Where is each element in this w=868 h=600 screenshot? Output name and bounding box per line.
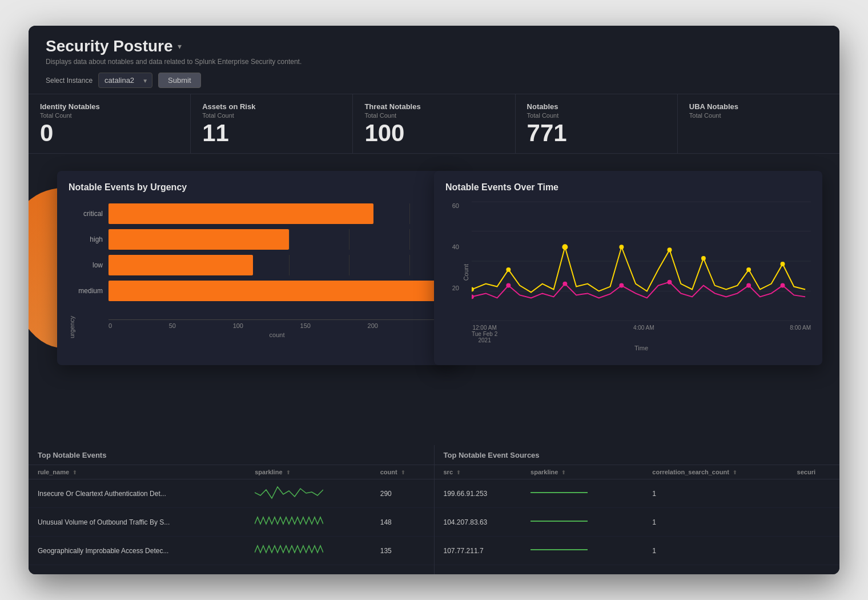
rule-name-1: Unusual Volume of Outbound Traffic By S.… — [29, 508, 246, 537]
securi-1 — [788, 508, 839, 537]
x-tick-2: 100 — [233, 322, 243, 329]
sort-icon: ⬆ — [401, 470, 405, 475]
col-sparkline-left: sparkline ⬆ — [246, 465, 371, 479]
sparkline-right-2 — [521, 537, 643, 565]
corr-count-1: 1 — [643, 508, 787, 537]
sort-icon: ⬆ — [73, 470, 77, 475]
kpi-row: Identity Notables Total Count 0 Assets o… — [29, 94, 839, 154]
col-sparkline-right: sparkline ⬆ — [521, 465, 643, 479]
src-0: 199.66.91.253 — [435, 479, 522, 508]
sort-icon: ⬆ — [286, 470, 291, 475]
bar-row-low: low — [75, 253, 445, 278]
table-row: Unusual Volume of Outbound Traffic By S.… — [29, 508, 434, 537]
kpi-label-1: Assets on Risk — [202, 102, 341, 111]
sort-icon: ⬆ — [561, 470, 566, 475]
table-row: Geographically Improbable Access Detec..… — [29, 537, 434, 565]
sparkline-0 — [246, 479, 371, 508]
dot-pink — [746, 283, 751, 288]
sparkline-svg-0 — [255, 484, 323, 501]
line-x-axis-label: Time — [472, 345, 811, 351]
bar-y-axis-label: urgency — [69, 201, 75, 338]
sparkline-right-svg-2 — [531, 541, 599, 558]
dot-pink — [472, 294, 474, 299]
top-notable-events-panel: Top Notable Events rule_name ⬆ sparkline… — [29, 445, 434, 574]
x-label-date: Tue Feb 2 — [472, 331, 497, 337]
corr-count-0: 1 — [643, 479, 787, 508]
col-securi: securi — [788, 465, 839, 479]
col-count-left: count ⬆ — [371, 465, 434, 479]
bar-fill-low — [108, 255, 253, 275]
kpi-label-0: Identity Notables — [40, 102, 179, 111]
page-title: Security Posture — [46, 37, 173, 55]
y-tick-20: 20 — [452, 285, 459, 291]
bar-chart-panel: Notable Events by Urgency urgency critic… — [57, 171, 457, 365]
instance-label: Select Instance — [46, 77, 93, 85]
dot-pink — [668, 280, 672, 285]
dot-pink — [506, 283, 511, 288]
left-table-title: Top Notable Events — [38, 451, 106, 459]
bar-label-low: low — [75, 261, 108, 269]
instance-select-wrapper[interactable]: catalina2 — [98, 73, 152, 88]
page-subtitle: Displays data about notables and data re… — [46, 58, 822, 66]
line-y-axis-label: Count — [463, 264, 469, 281]
dot-yellow — [701, 256, 706, 261]
kpi-value-0: 0 — [40, 121, 179, 145]
dot-pink — [562, 282, 567, 286]
dot-yellow — [619, 245, 624, 249]
kpi-threat-notables: Threat Notables Total Count 100 — [353, 94, 515, 153]
bar-fill-critical — [108, 203, 373, 224]
kpi-label-3: Notables — [527, 102, 666, 111]
sort-icon: ⬆ — [733, 470, 737, 475]
src-1: 104.207.83.63 — [435, 508, 522, 537]
sparkline-right-svg-0 — [531, 484, 599, 501]
table-row: 10.0.1.4 1 — [435, 565, 840, 575]
x-tick-0: 0 — [108, 322, 112, 329]
submit-button[interactable]: Submit — [158, 73, 200, 88]
top-notable-sources-panel: Top Notable Event Sources src ⬆ sparklin… — [434, 445, 840, 574]
y-tick-40: 40 — [452, 243, 459, 250]
bar-row-medium: medium — [75, 278, 445, 303]
count-0: 290 — [371, 479, 434, 508]
sparkline-svg-2 — [255, 541, 323, 558]
rule-name-2: Geographically Improbable Access Detec..… — [29, 537, 246, 565]
sort-icon: ⬆ — [456, 470, 461, 475]
x-tick-1: 50 — [169, 322, 176, 329]
kpi-assets-on-risk: Assets on Risk Total Count 11 — [191, 94, 353, 153]
dot-yellow — [668, 247, 672, 252]
col-src: src ⬆ — [435, 465, 522, 479]
right-table-header: Top Notable Event Sources — [435, 445, 840, 465]
x-tick-4: 200 — [368, 322, 378, 329]
rule-name-0: Insecure Or Cleartext Authentication Det… — [29, 479, 246, 508]
src-3: 10.0.1.4 — [435, 565, 522, 575]
sparkline-right-svg-3 — [531, 570, 599, 574]
left-table: rule_name ⬆ sparkline ⬆ count ⬆ Insecure… — [29, 465, 434, 565]
dot-yellow — [781, 262, 785, 266]
bar-label-critical: critical — [75, 210, 108, 218]
kpi-sublabel-2: Total Count — [364, 112, 503, 119]
kpi-value-3: 771 — [527, 121, 666, 145]
src-2: 107.77.211.7 — [435, 537, 522, 565]
y-tick-60: 60 — [452, 202, 459, 209]
tables-area: Top Notable Events rule_name ⬆ sparkline… — [29, 445, 839, 574]
title-dropdown-icon[interactable]: ▾ — [178, 42, 182, 51]
kpi-sublabel-4: Total Count — [689, 112, 828, 119]
dot-yellow — [506, 267, 511, 272]
line-chart-title: Notable Events Over Time — [445, 182, 811, 193]
line-chart-panel: Notable Events Over Time 60 40 20 Count — [434, 171, 822, 365]
col-rule-name: rule_name ⬆ — [29, 465, 246, 479]
instance-select[interactable]: catalina2 — [98, 73, 152, 88]
line-pink — [472, 282, 805, 298]
sparkline-right-0 — [521, 479, 643, 508]
bar-label-high: high — [75, 235, 108, 243]
kpi-value-2: 100 — [364, 121, 503, 145]
dashboard-header: Security Posture ▾ Displays data about n… — [29, 26, 839, 94]
kpi-uba-notables: UBA Notables Total Count — [678, 94, 839, 153]
content-area: Notable Events by Urgency urgency critic… — [29, 154, 839, 574]
securi-3 — [788, 565, 839, 575]
kpi-sublabel-0: Total Count — [40, 112, 179, 119]
kpi-label-2: Threat Notables — [364, 102, 503, 111]
bar-label-medium: medium — [75, 287, 108, 295]
instance-row: Select Instance catalina2 Submit — [46, 73, 822, 88]
sparkline-1 — [246, 508, 371, 537]
kpi-notables: Notables Total Count 771 — [516, 94, 678, 153]
